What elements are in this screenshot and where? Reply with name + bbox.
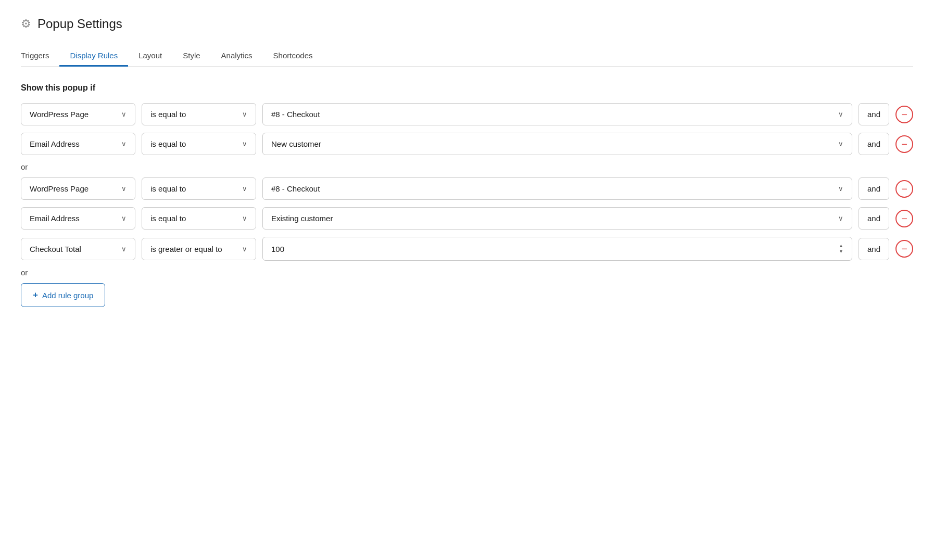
page-title: Popup Settings <box>37 17 122 31</box>
or-separator-1: or <box>21 162 913 171</box>
field-dropdown-2-2[interactable]: Email Address ∨ <box>21 207 135 230</box>
operator-dropdown-2-3[interactable]: is greater or equal to ∨ <box>142 238 256 260</box>
field-label-2-2: Email Address <box>30 214 80 223</box>
tab-style[interactable]: Style <box>172 46 210 67</box>
field-dropdown-1-1[interactable]: WordPress Page ∨ <box>21 103 135 125</box>
chevron-icon: ∨ <box>242 214 247 222</box>
value-label-1-2: New customer <box>271 139 321 148</box>
chevron-icon: ∨ <box>242 245 247 253</box>
rule-row: WordPress Page ∨ is equal to ∨ #8 - Chec… <box>21 103 913 125</box>
operator-label-1-1: is equal to <box>150 110 186 119</box>
chevron-icon: ∨ <box>838 214 843 222</box>
value-number-label-2-3: 100 <box>271 245 284 253</box>
chevron-icon: ∨ <box>121 214 127 222</box>
spinner-up[interactable]: ▲ <box>839 244 843 248</box>
tab-display-rules[interactable]: Display Rules <box>59 46 128 67</box>
operator-dropdown-1-2[interactable]: is equal to ∨ <box>142 133 256 155</box>
value-dropdown-1-2[interactable]: New customer ∨ <box>262 133 852 155</box>
chevron-icon: ∨ <box>242 185 247 193</box>
chevron-icon: ∨ <box>838 110 843 118</box>
all-rule-groups: WordPress Page ∨ is equal to ∨ #8 - Chec… <box>21 103 913 277</box>
operator-label-2-2: is equal to <box>150 214 186 223</box>
tab-analytics[interactable]: Analytics <box>211 46 263 67</box>
chevron-icon: ∨ <box>838 140 843 148</box>
chevron-icon: ∨ <box>121 185 127 193</box>
tab-shortcodes[interactable]: Shortcodes <box>263 46 323 67</box>
field-dropdown-2-1[interactable]: WordPress Page ∨ <box>21 177 135 200</box>
rule-row: Checkout Total ∨ is greater or equal to … <box>21 237 913 261</box>
and-button-2-3[interactable]: and <box>859 238 889 260</box>
field-label-2-3: Checkout Total <box>30 245 81 253</box>
and-button-1-1[interactable]: and <box>859 103 889 125</box>
chevron-icon: ∨ <box>121 140 127 148</box>
value-dropdown-1-1[interactable]: #8 - Checkout ∨ <box>262 103 852 125</box>
value-label-2-1: #8 - Checkout <box>271 184 320 193</box>
field-dropdown-1-2[interactable]: Email Address ∨ <box>21 133 135 155</box>
field-label-2-1: WordPress Page <box>30 184 89 193</box>
operator-label-2-1: is equal to <box>150 184 186 193</box>
gear-icon: ⚙ <box>21 17 31 31</box>
operator-dropdown-2-2[interactable]: is equal to ∨ <box>142 207 256 230</box>
rule-group-1: WordPress Page ∨ is equal to ∨ #8 - Chec… <box>21 103 913 155</box>
field-label-1-2: Email Address <box>30 139 80 148</box>
section-title: Show this popup if <box>21 83 913 93</box>
remove-button-2-2[interactable]: − <box>895 210 913 227</box>
plus-icon: + <box>33 290 38 300</box>
value-dropdown-2-1[interactable]: #8 - Checkout ∨ <box>262 177 852 200</box>
tab-triggers[interactable]: Triggers <box>21 46 59 67</box>
value-dropdown-2-2[interactable]: Existing customer ∨ <box>262 207 852 230</box>
field-dropdown-2-3[interactable]: Checkout Total ∨ <box>21 238 135 260</box>
rule-row: Email Address ∨ is equal to ∨ New custom… <box>21 133 913 155</box>
remove-button-2-1[interactable]: − <box>895 180 913 198</box>
rule-group-2: WordPress Page ∨ is equal to ∨ #8 - Chec… <box>21 177 913 261</box>
operator-dropdown-2-1[interactable]: is equal to ∨ <box>142 177 256 200</box>
operator-dropdown-1-1[interactable]: is equal to ∨ <box>142 103 256 125</box>
value-label-2-2: Existing customer <box>271 214 333 223</box>
chevron-icon: ∨ <box>838 185 843 193</box>
operator-label-1-2: is equal to <box>150 139 186 148</box>
or-separator-2: or <box>21 268 913 277</box>
and-button-2-2[interactable]: and <box>859 207 889 230</box>
add-rule-group-button[interactable]: + Add rule group <box>21 283 105 307</box>
tabs-bar: Triggers Display Rules Layout Style Anal… <box>21 46 913 67</box>
rule-row: WordPress Page ∨ is equal to ∨ #8 - Chec… <box>21 177 913 200</box>
chevron-icon: ∨ <box>121 110 127 118</box>
spinner-down[interactable]: ▼ <box>839 249 843 254</box>
remove-button-1-2[interactable]: − <box>895 135 913 153</box>
chevron-icon: ∨ <box>242 110 247 118</box>
chevron-icon: ∨ <box>121 245 127 253</box>
page-container: ⚙ Popup Settings Triggers Display Rules … <box>0 0 934 560</box>
remove-button-2-3[interactable]: − <box>895 240 913 258</box>
field-label-1-1: WordPress Page <box>30 110 89 119</box>
add-rule-group-label: Add rule group <box>42 291 93 300</box>
tab-layout[interactable]: Layout <box>128 46 172 67</box>
value-number-2-3[interactable]: 100 ▲ ▼ <box>262 237 852 261</box>
operator-label-2-3: is greater or equal to <box>150 245 222 253</box>
number-spinners[interactable]: ▲ ▼ <box>839 244 843 254</box>
value-label-1-1: #8 - Checkout <box>271 110 320 119</box>
chevron-icon: ∨ <box>242 140 247 148</box>
rule-row: Email Address ∨ is equal to ∨ Existing c… <box>21 207 913 230</box>
and-button-2-1[interactable]: and <box>859 177 889 200</box>
page-header: ⚙ Popup Settings <box>21 17 913 31</box>
and-button-1-2[interactable]: and <box>859 133 889 155</box>
remove-button-1-1[interactable]: − <box>895 106 913 123</box>
